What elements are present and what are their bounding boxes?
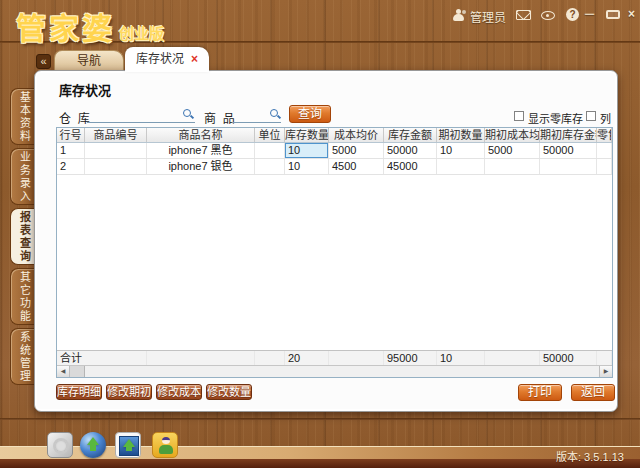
inventory-status-panel: 库存状况 仓 库 商 品 查询 显示零库存 列表 行号 商品编号 商品名称 单位… bbox=[34, 70, 618, 412]
maximize-icon[interactable] bbox=[606, 10, 620, 19]
eye-icon[interactable] bbox=[541, 11, 555, 20]
app-logo-sub: 创业版 bbox=[119, 25, 164, 42]
cell-init-amount bbox=[540, 159, 597, 174]
tab-inventory-status-label: 库存状况 bbox=[136, 52, 184, 66]
cell-unit bbox=[255, 159, 285, 174]
wood-seam-bottom bbox=[0, 418, 640, 420]
warehouse-input[interactable] bbox=[87, 107, 195, 123]
cell-init-avg-cost bbox=[485, 159, 540, 174]
customer-service-icon[interactable] bbox=[152, 432, 178, 458]
cell-row-no: 2 bbox=[57, 159, 85, 174]
data-backup-icon[interactable] bbox=[115, 432, 141, 458]
desktop-background: 管家婆创业版 管理员 ? ─ × « 导航 库存状况× 基本资料 业务录入 报表… bbox=[0, 0, 640, 468]
total-spacer bbox=[597, 351, 612, 365]
dock-shelf-edge bbox=[0, 459, 640, 468]
cell-retail bbox=[597, 159, 612, 174]
col-init-qty[interactable]: 期初数量 bbox=[437, 128, 485, 142]
cell-product-code bbox=[85, 159, 147, 174]
collapse-tabs-icon[interactable]: « bbox=[36, 54, 51, 69]
minimize-icon[interactable]: ─ bbox=[585, 6, 594, 21]
app-logo: 管家婆创业版 bbox=[16, 4, 164, 48]
product-label: 商 品 bbox=[204, 109, 235, 126]
tab-navigation[interactable]: 导航 bbox=[54, 50, 124, 71]
version-label: 版本: 3.5.1.13 bbox=[556, 448, 624, 464]
total-label: 合计 bbox=[57, 351, 147, 365]
close-icon[interactable]: × bbox=[628, 7, 635, 21]
cell-product-name: iphone7 黑色 bbox=[147, 143, 255, 158]
modify-cost-button[interactable]: 修改成本 bbox=[156, 384, 202, 400]
product-search-icon[interactable] bbox=[270, 109, 281, 120]
system-settings-icon[interactable] bbox=[47, 432, 73, 458]
tab-close-icon[interactable]: × bbox=[191, 52, 198, 66]
warehouse-label: 仓 库 bbox=[59, 109, 90, 126]
scroll-left-icon[interactable]: ◀ bbox=[57, 366, 70, 377]
cell-avg-cost: 5000 bbox=[329, 143, 384, 158]
cell-stock-amount: 45000 bbox=[384, 159, 437, 174]
modify-qty-button[interactable]: 修改数量 bbox=[206, 384, 252, 400]
cell-init-avg-cost: 5000 bbox=[485, 143, 540, 158]
col-product-name[interactable]: 商品名称 bbox=[147, 128, 255, 142]
col-init-avg-cost[interactable]: 期初成本均价 bbox=[485, 128, 540, 142]
total-init-qty: 10 bbox=[437, 351, 485, 365]
scrollbar-thumb[interactable] bbox=[70, 366, 85, 377]
table-total-row: 合计 20 95000 10 50000 bbox=[57, 350, 612, 365]
total-spacer bbox=[329, 351, 384, 365]
cell-init-qty: 10 bbox=[437, 143, 485, 158]
warehouse-search-icon[interactable] bbox=[183, 109, 194, 120]
cell-stock-amount: 50000 bbox=[384, 143, 437, 158]
col-row-no[interactable]: 行号 bbox=[57, 128, 85, 142]
cell-stock-qty: 10 bbox=[285, 159, 329, 174]
show-zero-stock-checkbox[interactable] bbox=[514, 111, 524, 121]
inventory-table: 行号 商品编号 商品名称 单位 库存数量 成本均价 库存金额 期初数量 期初成本… bbox=[56, 127, 613, 378]
tab-inventory-status[interactable]: 库存状况× bbox=[125, 47, 209, 72]
total-spacer bbox=[255, 351, 285, 365]
stock-detail-button[interactable]: 库存明细 bbox=[56, 384, 102, 400]
cell-unit bbox=[255, 143, 285, 158]
col-unit[interactable]: 单位 bbox=[255, 128, 285, 142]
list-view-checkbox[interactable] bbox=[586, 111, 596, 121]
table-row[interactable]: 2 iphone7 银色 10 4500 45000 bbox=[57, 159, 612, 175]
col-product-code[interactable]: 商品编号 bbox=[85, 128, 147, 142]
table-header-row: 行号 商品编号 商品名称 单位 库存数量 成本均价 库存金额 期初数量 期初成本… bbox=[57, 128, 612, 143]
mail-icon[interactable] bbox=[516, 10, 531, 20]
cell-product-name: iphone7 银色 bbox=[147, 159, 255, 174]
total-spacer bbox=[147, 351, 255, 365]
col-retail[interactable]: 零售 bbox=[597, 128, 612, 142]
cell-avg-cost: 4500 bbox=[329, 159, 384, 174]
page-title: 库存状况 bbox=[59, 80, 111, 99]
cell-stock-qty-selected[interactable]: 10 bbox=[285, 143, 329, 158]
cell-init-qty bbox=[437, 159, 485, 174]
modify-initial-button[interactable]: 修改期初 bbox=[106, 384, 152, 400]
cell-product-code bbox=[85, 143, 147, 158]
scrollbar-track[interactable] bbox=[85, 366, 599, 377]
col-stock-amount[interactable]: 库存金额 bbox=[384, 128, 437, 142]
help-icon[interactable]: ? bbox=[566, 8, 579, 21]
return-button[interactable]: 返回 bbox=[571, 384, 615, 401]
cell-init-amount: 50000 bbox=[540, 143, 597, 158]
total-init-amount: 50000 bbox=[540, 351, 597, 365]
show-zero-stock-label: 显示零库存 bbox=[528, 110, 583, 126]
globe-upgrade-icon[interactable] bbox=[80, 432, 106, 458]
cell-row-no: 1 bbox=[57, 143, 85, 158]
cell-retail bbox=[597, 143, 612, 158]
scroll-right-icon[interactable]: ▶ bbox=[599, 366, 612, 377]
total-spacer bbox=[485, 351, 540, 365]
col-avg-cost[interactable]: 成本均价 bbox=[329, 128, 384, 142]
user-icon bbox=[451, 9, 467, 21]
current-user-label: 管理员 bbox=[470, 8, 506, 25]
horizontal-scrollbar[interactable]: ◀ ▶ bbox=[57, 365, 612, 377]
print-button[interactable]: 打印 bbox=[518, 384, 562, 401]
col-init-amount[interactable]: 期初库存金额 bbox=[540, 128, 597, 142]
query-button[interactable]: 查询 bbox=[289, 105, 331, 123]
table-empty-area bbox=[57, 175, 612, 350]
app-logo-main: 管家婆 bbox=[16, 12, 115, 45]
total-stock-amount: 95000 bbox=[384, 351, 437, 365]
col-stock-qty[interactable]: 库存数量 bbox=[285, 128, 329, 142]
table-row[interactable]: 1 iphone7 黑色 10 5000 50000 10 5000 50000 bbox=[57, 143, 612, 159]
total-stock-qty: 20 bbox=[285, 351, 329, 365]
